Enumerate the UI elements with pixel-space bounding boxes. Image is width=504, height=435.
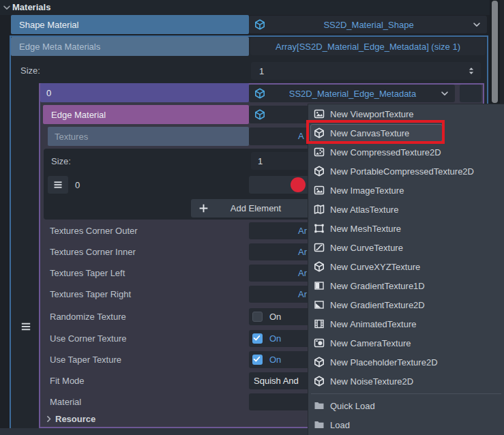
inner-element-index: 0 [75, 180, 80, 190]
compressed-texture-icon [314, 147, 325, 158]
size-value: 1 [259, 66, 264, 76]
menu-item-label: New ImageTexture [330, 185, 404, 196]
element0-resource-dropdown[interactable]: SS2D_Material_Edge_Metadata [249, 85, 455, 102]
edge-meta-materials-array-button[interactable]: Array[SS2D_Material_Edge_Metadata] (size… [250, 38, 486, 55]
textures-label: Textures [55, 132, 88, 142]
menu-item-new-portablecompressedtexture2d[interactable]: New PortableCompressedTexture2D [308, 162, 504, 181]
checkbox-checked[interactable] [252, 355, 263, 365]
menu-item-new-atlastexture[interactable]: New AtlasTexture [308, 200, 504, 219]
size-spinbox[interactable]: 1 [251, 62, 481, 80]
curve-xyz-texture-icon [314, 261, 325, 272]
property-label: Material [50, 391, 81, 412]
collapse-chevron-icon [2, 3, 12, 12]
menu-item-label: New CurveXYZTexture [330, 262, 420, 272]
menu-item-label: New MeshTexture [330, 224, 401, 234]
shape-material-resource-dropdown[interactable]: SS2D_Material_Shape [249, 16, 487, 33]
noise-texture-icon [314, 376, 325, 387]
vertical-scrollbar-thumb[interactable] [492, 1, 498, 103]
array-value-text: Ar [298, 265, 307, 282]
size-label: Size: [20, 65, 40, 76]
menu-item-label: Quick Load [330, 401, 375, 411]
animated-texture-icon [314, 318, 325, 329]
inner-size-value: 1 [258, 156, 263, 166]
gradient-texture-2d-icon [314, 299, 325, 310]
property-label: Use Taper Texture [50, 349, 121, 370]
red-highlight-annotation [306, 120, 445, 144]
menu-item-label: New CurveTexture [330, 243, 403, 253]
edge-material-row[interactable]: Edge Material [43, 105, 249, 124]
edge-material-label: Edge Material [51, 110, 106, 120]
resource-cube-icon [254, 109, 265, 120]
property-label: Textures Corner Inner [50, 241, 136, 262]
checkbox-unchecked[interactable] [252, 312, 263, 322]
array-value-text: Ar [298, 222, 307, 239]
menu-item-label: New PortableCompressedTexture2D [330, 166, 474, 177]
menu-item-label: New GradientTexture2D [330, 300, 425, 310]
edge-meta-materials-label: Edge Meta Materials [19, 42, 100, 52]
menu-item-new-animatedtexture[interactable]: New AnimatedTexture [308, 314, 504, 333]
element0-index: 0 [46, 88, 51, 98]
shape-material-value: SS2D_Material_Shape [265, 20, 472, 30]
category-title: Materials [12, 2, 50, 12]
add-element-button[interactable]: Add Element [191, 199, 321, 217]
drag-handle-icon [53, 179, 63, 190]
edge-meta-materials-row[interactable]: Edge Meta Materials [11, 37, 249, 56]
menu-item-new-curvexyztexture[interactable]: New CurveXYZTexture [308, 257, 504, 276]
check-icon [252, 333, 261, 342]
menu-item-label: New NoiseTexture2D [330, 376, 413, 387]
chevron-down-icon [472, 20, 481, 29]
checkbox-checked[interactable] [252, 333, 263, 344]
placeholder-texture-icon [314, 357, 325, 368]
inner-element-drag-button[interactable] [48, 176, 68, 194]
resource-cube-icon [254, 88, 265, 99]
menu-item-new-noisetexture2d[interactable]: New NoiseTexture2D [308, 372, 504, 391]
checkbox-label: On [269, 351, 281, 368]
array-value-text: Ar [298, 243, 307, 260]
viewport-texture-icon [314, 108, 325, 119]
menu-item-label: New PlaceholderTexture2D [330, 357, 438, 368]
inspector-panel: Materials Shape Material SS2D_Material_S… [0, 0, 504, 435]
textures-row[interactable]: Textures [48, 127, 249, 146]
menu-item-load[interactable]: Load [308, 415, 504, 434]
property-label: Fit Mode [50, 370, 85, 391]
menu-item-new-gradienttexture1d[interactable]: New GradientTexture1D [308, 276, 504, 295]
spinbox-arrows-icon[interactable] [466, 65, 477, 76]
check-icon [252, 355, 261, 363]
texture-preview-red-circle[interactable] [291, 177, 306, 192]
menu-item-new-meshtexture[interactable]: New MeshTexture [308, 219, 504, 238]
menu-item-new-placeholdertexture2d[interactable]: New PlaceholderTexture2D [308, 352, 504, 372]
checkbox-label: On [269, 308, 281, 325]
element-drag-handle-icon[interactable] [20, 320, 32, 333]
menu-item-new-gradienttexture2d[interactable]: New GradientTexture2D [308, 295, 504, 314]
menu-item-new-cameratexture[interactable]: New CameraTexture [308, 333, 504, 352]
resource-section-label: Resource [55, 414, 95, 424]
gradient-texture-1d-icon [314, 280, 325, 291]
textures-value: A [298, 131, 304, 141]
shape-material-label: Shape Material [19, 20, 78, 30]
image-texture-icon [314, 185, 325, 196]
menu-item-label: New ViewportTexture [330, 109, 414, 119]
shape-material-row[interactable]: Shape Material [11, 15, 249, 34]
materials-category-header[interactable]: Materials [0, 0, 504, 15]
menu-item-label: New CompressedTexture2D [330, 147, 441, 158]
portable-compressed-texture-icon [314, 166, 325, 177]
menu-separator [308, 391, 504, 396]
menu-item-label: New AtlasTexture [330, 205, 398, 215]
element0-index-row[interactable]: 0 [40, 83, 249, 102]
resource-cube-icon [254, 19, 265, 30]
array-value-text: Ar [298, 286, 307, 303]
menu-item-new-curvetexture[interactable]: New CurveTexture [308, 238, 504, 257]
menu-item-quick-load[interactable]: Quick Load [308, 396, 504, 415]
menu-item-label: New CameraTexture [330, 338, 411, 348]
menu-item-label: Load [330, 420, 350, 430]
chevron-right-icon [44, 415, 53, 423]
inner-size-label: Size: [51, 156, 71, 166]
folder-icon [314, 400, 325, 411]
folder-icon [314, 419, 325, 430]
element0-extra-button[interactable] [460, 85, 481, 102]
property-label: Textures Taper Right [50, 284, 131, 305]
menu-item-label: New GradientTexture1D [330, 281, 425, 291]
menu-item-new-compressedtexture2d[interactable]: New CompressedTexture2D [308, 142, 504, 162]
menu-item-new-imagetexture[interactable]: New ImageTexture [308, 181, 504, 200]
property-label: Textures Taper Left [50, 262, 125, 284]
